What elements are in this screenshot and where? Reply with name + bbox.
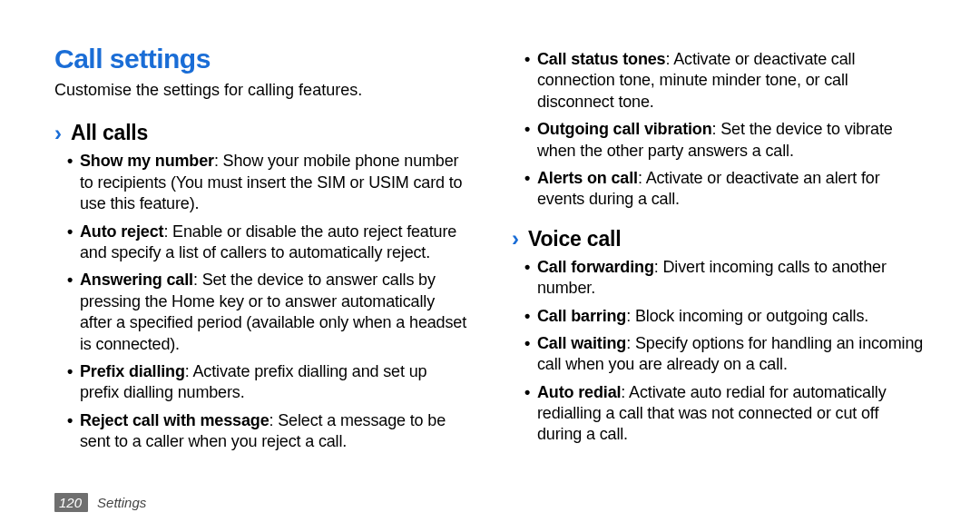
- intro-text: Customise the settings for calling featu…: [54, 80, 468, 101]
- list-item: Auto reject: Enable or disable the auto …: [67, 222, 468, 264]
- list-item: Show my number: Show your mobile phone n…: [67, 151, 468, 214]
- item-label: Call barring: [537, 307, 626, 325]
- item-label: Outgoing call vibration: [537, 120, 712, 138]
- list-item: Answering call: Set the device to answer…: [67, 270, 468, 355]
- list-item: Call barring: Block incoming or outgoing…: [524, 306, 926, 327]
- subhead-voice-call: › Voice call: [512, 227, 926, 251]
- item-label: Alerts on call: [537, 169, 638, 187]
- list-item: Outgoing call vibration: Set the device …: [524, 119, 926, 162]
- item-label: Call waiting: [537, 334, 626, 352]
- content-columns: Call settings Customise the settings for…: [54, 44, 926, 470]
- subhead-label: Voice call: [528, 227, 621, 251]
- list-item: Auto redial: Activate auto redial for au…: [524, 382, 926, 446]
- right-column: Call status tones: Activate or deactivat…: [512, 44, 926, 470]
- chevron-right-icon: ›: [54, 123, 62, 144]
- all-calls-list-cont: Call status tones: Activate or deactivat…: [512, 49, 926, 211]
- item-label: Prefix dialling: [80, 362, 185, 380]
- subhead-label: All calls: [71, 121, 148, 145]
- list-item: Alerts on call: Activate or deactivate a…: [524, 168, 926, 211]
- left-column: Call settings Customise the settings for…: [54, 44, 468, 470]
- page-footer: 120 Settings: [54, 493, 146, 512]
- item-label: Show my number: [80, 152, 214, 170]
- item-label: Call status tones: [537, 50, 666, 68]
- item-label: Call forwarding: [537, 258, 654, 276]
- list-item: Prefix dialling: Activate prefix diallin…: [67, 361, 468, 404]
- list-item: Reject call with message: Select a messa…: [67, 410, 468, 453]
- list-item: Call status tones: Activate or deactivat…: [524, 49, 926, 113]
- page-title: Call settings: [54, 44, 468, 74]
- voice-call-list: Call forwarding: Divert incoming calls t…: [512, 257, 926, 446]
- list-item: Call forwarding: Divert incoming calls t…: [524, 257, 926, 300]
- item-label: Reject call with message: [80, 411, 270, 429]
- item-label: Auto reject: [80, 222, 163, 241]
- page-number: 120: [54, 493, 88, 512]
- item-text: : Block incoming or outgoing calls.: [626, 307, 868, 325]
- chevron-right-icon: ›: [512, 228, 519, 250]
- list-item: Call waiting: Specify options for handli…: [524, 333, 926, 376]
- footer-section: Settings: [97, 495, 146, 510]
- subhead-all-calls: › All calls: [54, 121, 468, 145]
- item-label: Answering call: [80, 271, 193, 289]
- all-calls-list: Show my number: Show your mobile phone n…: [54, 151, 468, 452]
- item-label: Auto redial: [537, 383, 621, 401]
